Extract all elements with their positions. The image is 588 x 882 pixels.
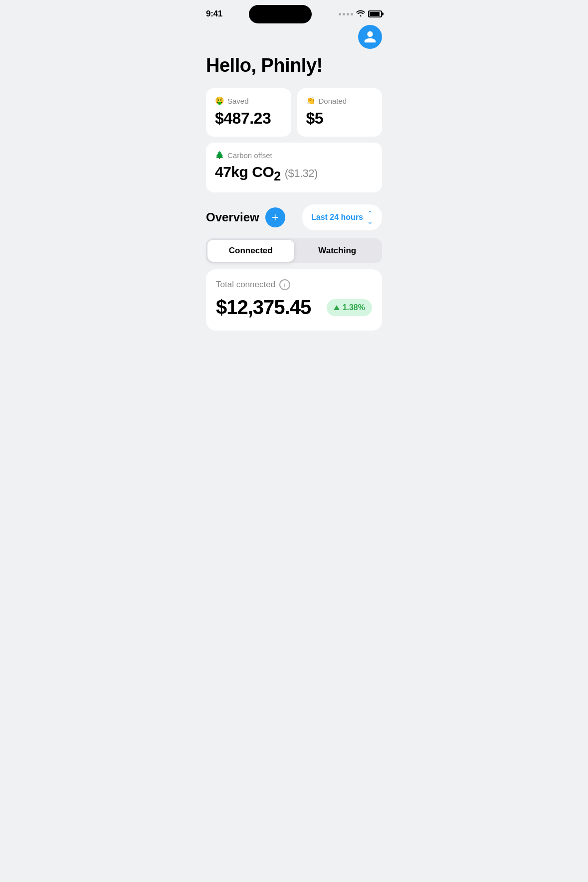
overview-row: Overview + Last 24 hours ⌃⌄ — [206, 204, 382, 230]
carbon-emoji: 🌲 — [215, 151, 224, 160]
overview-title: Overview — [206, 210, 259, 224]
total-label: Total connected — [216, 280, 275, 290]
change-badge: 1.38% — [327, 299, 372, 316]
total-label-row: Total connected i — [216, 279, 372, 290]
tab-connected[interactable]: Connected — [207, 240, 294, 262]
add-button[interactable]: + — [265, 207, 285, 227]
wifi-icon — [356, 9, 365, 18]
up-arrow-icon — [334, 305, 340, 310]
info-icon[interactable]: i — [279, 279, 290, 290]
notch — [249, 5, 312, 23]
stats-grid: 🤑 Saved $487.23 👏 Donated $5 — [206, 88, 382, 137]
status-icons — [339, 9, 382, 18]
donated-label: 👏 Donated — [306, 96, 374, 105]
saved-emoji: 🤑 — [215, 96, 224, 105]
donated-emoji: 👏 — [306, 96, 316, 105]
chevron-updown-icon: ⌃⌄ — [367, 209, 373, 225]
tab-watching[interactable]: Watching — [294, 240, 381, 262]
status-time: 9:41 — [206, 9, 222, 19]
total-value: $12,375.45 — [216, 296, 311, 319]
profile-avatar[interactable] — [358, 25, 382, 49]
tabs-container: Connected Watching — [206, 238, 382, 263]
carbon-price: ($1.32) — [285, 167, 318, 180]
saved-value: $487.23 — [215, 109, 282, 128]
change-percentage: 1.38% — [343, 303, 365, 312]
time-filter-label: Last 24 hours — [311, 213, 363, 222]
total-value-row: $12,375.45 1.38% — [216, 296, 372, 319]
carbon-subscript: 2 — [274, 169, 280, 183]
carbon-card: 🌲 Carbon offset 47kg CO2 ($1.32) — [206, 143, 382, 192]
total-card: Total connected i $12,375.45 1.38% — [206, 269, 382, 331]
greeting-text: Hello, Phinly! — [206, 55, 382, 76]
signal-icon — [339, 13, 353, 15]
carbon-value: 47kg CO2 ($1.32) — [215, 164, 373, 183]
carbon-label: 🌲 Carbon offset — [215, 151, 373, 160]
time-filter-button[interactable]: Last 24 hours ⌃⌄ — [302, 204, 382, 230]
add-icon: + — [272, 211, 279, 223]
carbon-main: 47kg CO2 — [215, 164, 281, 183]
overview-left: Overview + — [206, 207, 285, 227]
saved-card: 🤑 Saved $487.23 — [206, 88, 291, 137]
donated-card: 👏 Donated $5 — [297, 88, 383, 137]
battery-icon — [368, 10, 382, 17]
saved-label: 🤑 Saved — [215, 96, 282, 105]
donated-value: $5 — [306, 109, 374, 128]
